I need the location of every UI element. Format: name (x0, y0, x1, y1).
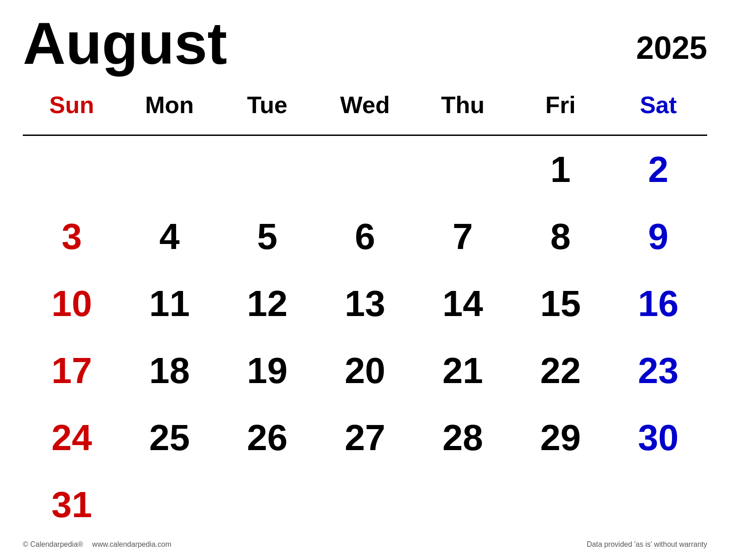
day-23[interactable]: 23 (610, 337, 707, 404)
day-13[interactable]: 13 (316, 270, 414, 337)
calendar-footer: © Calendarpedia® www.calendarpedia.com D… (23, 538, 707, 551)
day-2[interactable]: 2 (610, 136, 707, 203)
day-12[interactable]: 12 (219, 270, 316, 337)
day-21[interactable]: 21 (414, 337, 511, 404)
day-empty (120, 136, 218, 203)
day-empty (511, 471, 609, 538)
day-20[interactable]: 20 (316, 337, 414, 404)
day-30[interactable]: 30 (610, 404, 707, 471)
day-1[interactable]: 1 (511, 136, 609, 203)
day-27[interactable]: 27 (316, 404, 414, 471)
day-empty (414, 471, 511, 538)
day-11[interactable]: 11 (120, 270, 218, 337)
day-empty (414, 136, 511, 203)
day-header-sun: Sun (23, 82, 120, 136)
day-10[interactable]: 10 (23, 270, 120, 337)
footer-website: www.calendarpedia.com (92, 540, 171, 549)
month-title: August (23, 14, 227, 73)
day-24[interactable]: 24 (23, 404, 120, 471)
day-19[interactable]: 19 (219, 337, 316, 404)
calendar-grid: SunMonTueWedThuFriSat1234567891011121314… (23, 82, 707, 538)
day-15[interactable]: 15 (511, 270, 609, 337)
day-header-mon: Mon (120, 82, 218, 136)
day-header-thu: Thu (414, 82, 511, 136)
day-18[interactable]: 18 (120, 337, 218, 404)
day-header-wed: Wed (316, 82, 414, 136)
day-16[interactable]: 16 (610, 270, 707, 337)
day-4[interactable]: 4 (120, 203, 218, 270)
day-empty (316, 136, 414, 203)
day-9[interactable]: 9 (610, 203, 707, 270)
day-header-tue: Tue (219, 82, 316, 136)
day-empty (120, 471, 218, 538)
day-empty (610, 471, 707, 538)
footer-copyright: © Calendarpedia® (23, 540, 83, 549)
year-title: 2025 (636, 23, 707, 64)
day-header-sat: Sat (610, 82, 707, 136)
day-empty (316, 471, 414, 538)
day-14[interactable]: 14 (414, 270, 511, 337)
day-17[interactable]: 17 (23, 337, 120, 404)
day-7[interactable]: 7 (414, 203, 511, 270)
calendar-header: August 2025 (23, 14, 707, 73)
day-8[interactable]: 8 (511, 203, 609, 270)
day-3[interactable]: 3 (23, 203, 120, 270)
day-31[interactable]: 31 (23, 471, 120, 538)
footer-disclaimer: Data provided 'as is' without warranty (587, 540, 707, 549)
calendar-container: August 2025 SunMonTueWedThuFriSat1234567… (0, 0, 730, 560)
day-25[interactable]: 25 (120, 404, 218, 471)
day-28[interactable]: 28 (414, 404, 511, 471)
day-empty (219, 136, 316, 203)
day-empty (23, 136, 120, 203)
day-5[interactable]: 5 (219, 203, 316, 270)
day-22[interactable]: 22 (511, 337, 609, 404)
footer-left: © Calendarpedia® www.calendarpedia.com (23, 540, 172, 549)
day-29[interactable]: 29 (511, 404, 609, 471)
day-6[interactable]: 6 (316, 203, 414, 270)
day-empty (219, 471, 316, 538)
day-26[interactable]: 26 (219, 404, 316, 471)
day-header-fri: Fri (511, 82, 609, 136)
